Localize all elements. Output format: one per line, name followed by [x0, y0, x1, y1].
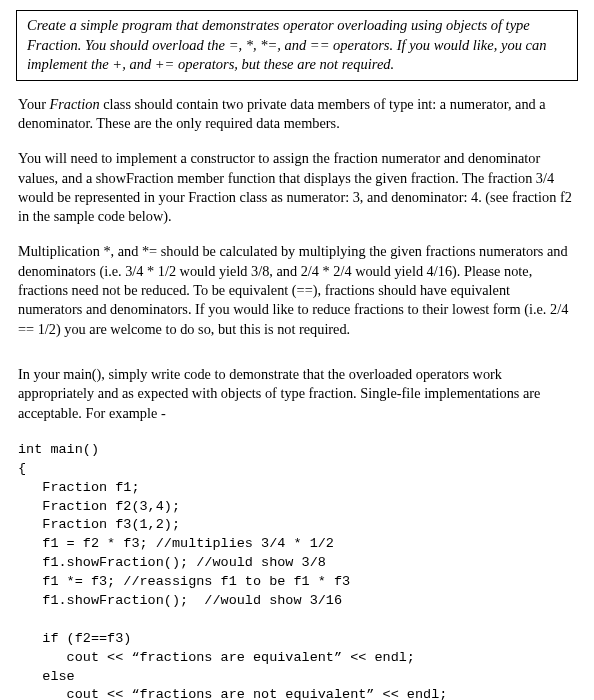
para4-text: In your main(), simply write code to dem… — [18, 366, 540, 421]
para1-lead: Your — [18, 96, 50, 112]
assignment-box: Create a simple program that demonstrate… — [16, 10, 578, 81]
assignment-body: Your Fraction class should contain two p… — [0, 95, 594, 700]
paragraph-3: Multiplication *, and *= should be calcu… — [18, 242, 576, 338]
box-text: Create a simple program that demonstrate… — [27, 17, 546, 72]
para1-fraction-word: Fraction — [50, 96, 100, 112]
code-sample: int main() { Fraction f1; Fraction f2(3,… — [18, 441, 576, 700]
paragraph-2: You will need to implement a constructor… — [18, 149, 576, 226]
para2-text: You will need to implement a constructor… — [18, 150, 572, 224]
paragraph-4: In your main(), simply write code to dem… — [18, 365, 576, 423]
paragraph-1: Your Fraction class should contain two p… — [18, 95, 576, 134]
para3-text: Multiplication *, and *= should be calcu… — [18, 243, 568, 336]
